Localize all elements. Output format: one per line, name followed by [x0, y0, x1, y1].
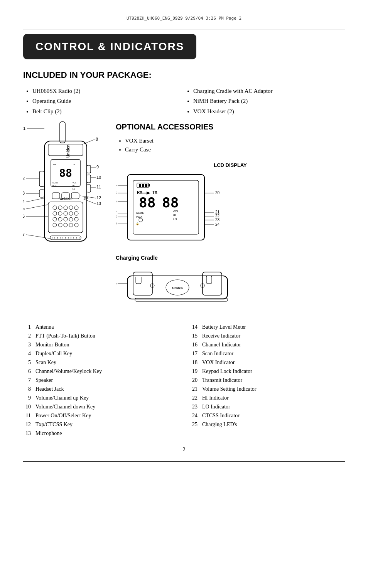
item-number: 14 [190, 323, 201, 331]
svg-text:2: 2 [23, 176, 25, 181]
list-item: 20Transmit Indicator [190, 376, 345, 385]
svg-text:10: 10 [96, 175, 101, 180]
charging-cradle-label: Charging Cradle [116, 254, 345, 262]
svg-point-26 [74, 206, 78, 210]
optional-heading: OPTIONAL ACCESSORIES [116, 121, 345, 133]
list-item: 22HI Indicator [190, 393, 345, 402]
svg-text:LO: LO [173, 217, 177, 221]
svg-text:12: 12 [96, 195, 101, 200]
numbered-items-section: 1Antenna2PTT (Push-To-Talk) Button3Monit… [23, 323, 345, 438]
item-number: 21 [190, 385, 201, 393]
list-item: 18VOX Indicator [190, 358, 345, 367]
svg-rect-20 [71, 193, 79, 199]
svg-text:88: 88 [162, 195, 179, 210]
item-label: Volume/Channel up Key [34, 393, 178, 402]
included-item-5: NiMH Battery Pack (2) [193, 97, 345, 106]
svg-text:4: 4 [23, 199, 25, 204]
included-item-2: Operating Guide [32, 97, 184, 106]
item-number: 25 [190, 420, 201, 429]
item-label: Txp/CTCSS Key [34, 420, 178, 429]
svg-point-30 [69, 212, 73, 215]
item-label: Power On/Off/Select Key [34, 411, 178, 420]
svg-text:14: 14 [116, 183, 116, 187]
svg-rect-14 [87, 175, 91, 183]
svg-text:VOX: VOX [136, 215, 143, 218]
item-number: 22 [190, 393, 201, 402]
item-label: Scan Indicator [201, 349, 345, 358]
svg-rect-16 [39, 171, 44, 186]
item-number: 11 [23, 411, 34, 420]
item-number: 23 [190, 402, 201, 411]
list-item: 7Speaker [23, 376, 178, 385]
item-label: Scan Key [34, 358, 178, 367]
svg-point-32 [53, 217, 57, 221]
item-number: 24 [190, 411, 201, 420]
included-heading: INCLUDED IN YOUR PACKAGE: [23, 69, 345, 81]
svg-point-100 [139, 218, 143, 222]
svg-text:6: 6 [23, 214, 25, 218]
svg-line-80 [83, 199, 96, 204]
svg-point-39 [64, 223, 68, 227]
svg-text:19: 19 [116, 222, 116, 226]
item-number: 3 [23, 340, 34, 349]
svg-text:VOL: VOL [73, 181, 76, 184]
svg-rect-0 [60, 122, 65, 143]
svg-rect-132 [206, 276, 212, 284]
list-item: 3Monitor Button [23, 340, 178, 349]
svg-text:TX: TX [152, 190, 157, 195]
svg-text:20: 20 [215, 191, 220, 195]
svg-text:3: 3 [23, 191, 25, 195]
svg-text:VOL: VOL [173, 210, 179, 213]
list-item: 11Power On/Off/Select Key [23, 411, 178, 420]
svg-line-70 [83, 139, 95, 144]
diagram-area: Uniden 88 RX TX SCAN VOX VOL HI LO [23, 121, 345, 313]
svg-text:RX: RX [53, 163, 56, 166]
list-item: 10Volume/Channel down Key [23, 402, 178, 411]
svg-rect-13 [87, 165, 91, 173]
svg-line-68 [26, 235, 50, 239]
list-item: 24CTCSS Indicator [190, 411, 345, 420]
list-item: 1Antenna [23, 323, 178, 331]
item-number: 12 [23, 420, 34, 429]
list-item: 14Battery Level Meter [190, 323, 345, 331]
svg-rect-17 [39, 190, 44, 197]
included-item-6: VOX Headset (2) [193, 107, 345, 116]
item-number: 4 [23, 349, 34, 358]
item-label: HI Indicator [201, 393, 345, 402]
included-section: INCLUDED IN YOUR PACKAGE: UH060SX Radio … [23, 69, 345, 118]
svg-rect-1 [44, 141, 87, 241]
svg-text:🔒: 🔒 [136, 222, 139, 225]
svg-text:15: 15 [116, 191, 116, 195]
item-number: 17 [190, 349, 201, 358]
svg-text:11: 11 [96, 185, 101, 189]
svg-rect-87 [142, 184, 144, 187]
svg-text:SCAN: SCAN [52, 181, 58, 184]
svg-text:VOX: VOX [52, 185, 57, 187]
svg-point-37 [53, 223, 57, 227]
svg-rect-85 [149, 184, 150, 186]
included-right-col: Charging Cradle with AC Adaptor NiMH Bat… [184, 87, 345, 118]
svg-rect-86 [139, 184, 141, 187]
svg-point-40 [69, 223, 73, 227]
svg-rect-131 [136, 276, 141, 284]
svg-marker-90 [147, 192, 150, 195]
svg-line-64 [26, 205, 48, 209]
svg-point-23 [58, 206, 62, 210]
lcd-section: LCD DISPLAY RX TX 88 88 [116, 161, 345, 250]
svg-point-27 [53, 212, 57, 215]
list-item: 15Receive Indicator [190, 331, 345, 340]
right-diagrams-area: OPTIONAL ACCESSORIES VOX Earset Carry Ca… [116, 121, 345, 313]
charging-cradle-section: Charging Cradle Uniden [116, 254, 345, 313]
svg-point-36 [74, 217, 78, 221]
item-label: Channel/Volume/Keylock Key [34, 367, 178, 376]
item-number: 8 [23, 385, 34, 393]
svg-text:HI: HI [73, 185, 74, 187]
list-item: 16Channel Indicator [190, 340, 345, 349]
svg-point-38 [58, 223, 62, 227]
svg-point-24 [64, 206, 68, 210]
item-label: Keypad Lock Indicator [201, 367, 345, 376]
item-label: PTT (Push-To-Talk) Button [34, 331, 178, 340]
list-item: 5Scan Key [23, 358, 178, 367]
list-item: 19Keypad Lock Indicator [190, 367, 345, 376]
svg-point-41 [74, 223, 78, 227]
